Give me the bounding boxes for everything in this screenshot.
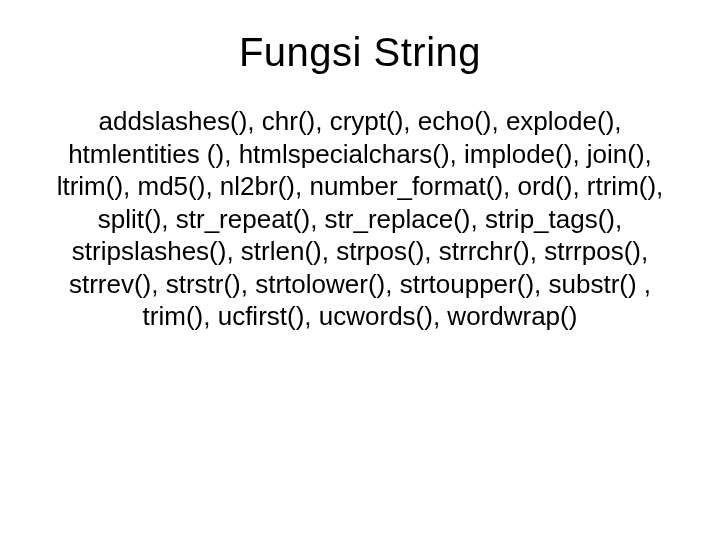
slide: Fungsi String addslashes(), chr(), crypt… xyxy=(0,0,720,540)
slide-body: addslashes(), chr(), crypt(), echo(), ex… xyxy=(50,105,670,333)
slide-title: Fungsi String xyxy=(50,30,670,75)
